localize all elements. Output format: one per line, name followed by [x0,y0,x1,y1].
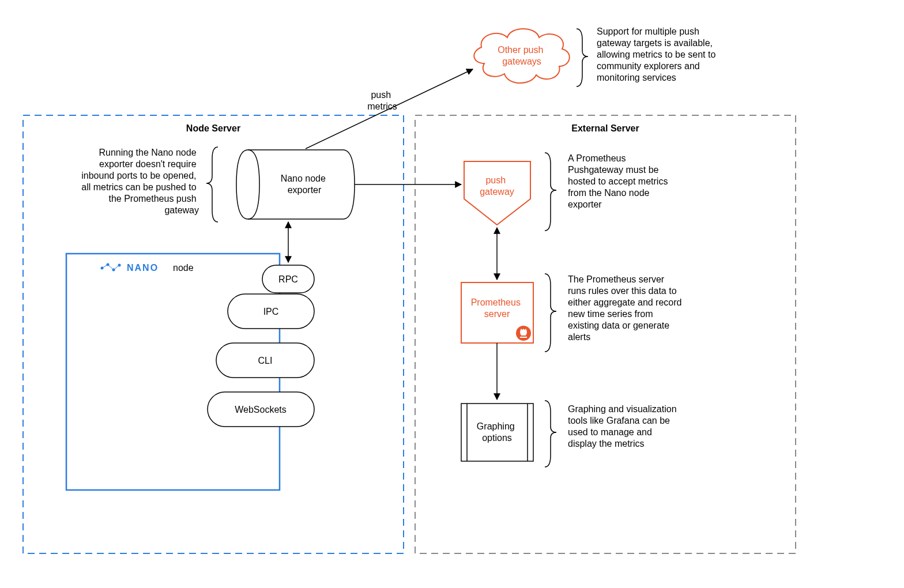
nano-node-exporter: Nano node exporter [236,150,355,219]
svg-text:NANO: NANO [127,263,159,273]
exporter-description: Running the Nano node exporter doesn't r… [81,148,199,215]
graphing-options-box: Graphing options [461,404,533,461]
brace-graphing [545,401,556,467]
ipc-pill: IPC [228,294,314,329]
nano-node-label: node [173,263,194,273]
cli-pill: CLI [216,343,314,378]
push-metrics-label: push metrics [367,90,397,111]
svg-text:CLI: CLI [258,356,273,365]
svg-rect-18 [520,337,527,338]
brace-prometheus [545,274,556,352]
svg-rect-19 [461,404,533,461]
external-server-title: External Server [571,123,639,133]
nano-logo: NANO [101,263,159,273]
websockets-pill: WebSockets [208,392,314,427]
other-gateways-desc: Support for multiple push gateway target… [597,27,718,82]
graphing-desc: Graphing and visualization tools like Gr… [568,404,679,448]
prometheus-desc: The Prometheus server runs rules over th… [568,274,684,342]
rpc-pill: RPC [262,265,314,293]
prometheus-server-box: Prometheus server [461,282,533,343]
brace-cloud [577,29,588,86]
push-gateway-shield: push gateway [464,161,530,225]
node-server-title: Node Server [186,123,240,133]
other-push-gateways-cloud: Other push gateways [474,29,569,83]
pushgateway-desc: A Prometheus Pushgateway must be hosted … [568,153,671,209]
brace-exporter [206,147,218,222]
brace-pushgateway [545,153,556,231]
svg-text:IPC: IPC [263,307,279,316]
svg-text:WebSockets: WebSockets [235,405,287,414]
svg-text:RPC: RPC [278,274,298,284]
